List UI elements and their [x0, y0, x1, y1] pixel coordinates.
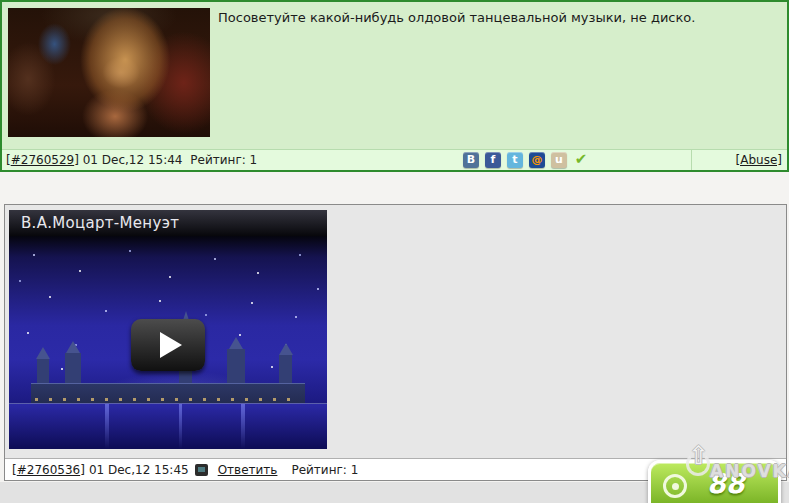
post-2: В.А.Моцарт-Менуэт [#2760536]: [4, 204, 787, 481]
video-title: В.А.Моцарт-Менуэт: [21, 214, 179, 232]
forum-thread-page: Посоветуйте какой-нибудь олдовой танцева…: [0, 0, 789, 503]
water-reflection: [9, 403, 327, 449]
post1-message-text: Посоветуйте какой-нибудь олдовой танцева…: [218, 9, 777, 26]
post1-meta: [#2760529] 01 Dec,12 15:44 Рейтинг: 1: [2, 153, 435, 167]
post1-id-link[interactable]: #2760529: [11, 153, 75, 167]
share-twitter-icon[interactable]: t: [507, 152, 523, 168]
post1-rating-value: 1: [250, 153, 258, 167]
listener-count: 88: [707, 468, 745, 499]
share-facebook-icon[interactable]: f: [485, 152, 501, 168]
post1-footer: [#2760529] 01 Dec,12 15:44 Рейтинг: 1 В …: [2, 149, 787, 170]
video-titlebar: В.А.Моцарт-Менуэт: [9, 210, 327, 236]
post1-rating-label: Рейтинг:: [190, 153, 245, 167]
post-1: Посоветуйте какой-нибудь олдовой танцева…: [0, 0, 789, 172]
post1-video-thumbnail[interactable]: [8, 8, 210, 137]
post1-date: 01 Dec,12 15:44: [83, 153, 183, 167]
share-mailru-icon[interactable]: @: [529, 152, 545, 168]
share-icons-row: В f t @ u ✔: [435, 152, 691, 168]
share-ucoz-icon[interactable]: u: [551, 152, 567, 168]
share-check-icon[interactable]: ✔: [573, 152, 589, 168]
starfield: [9, 236, 11, 238]
play-icon: [160, 332, 182, 358]
post2-rating-label: Рейтинг:: [291, 463, 346, 477]
bracket: ]: [74, 153, 79, 167]
post1-abuse-cell: [Abuse]: [691, 150, 787, 170]
share-vkontakte-icon[interactable]: В: [463, 152, 479, 168]
radio-counter-widget[interactable]: 88: [648, 460, 781, 503]
post2-id-link[interactable]: #2760536: [17, 463, 81, 477]
abuse-link[interactable]: [Abuse]: [736, 153, 782, 167]
pm-icon: [195, 464, 208, 476]
bracket: ]: [80, 463, 85, 477]
post2-rating-value: 1: [351, 463, 359, 477]
speaker-icon: [663, 474, 687, 498]
post2-date: 01 Dec,12 15:45: [89, 463, 189, 477]
play-button[interactable]: [131, 319, 205, 371]
reply-link[interactable]: Ответить: [218, 463, 278, 477]
video-scene: [9, 236, 327, 449]
video-player[interactable]: В.А.Моцарт-Менуэт: [9, 210, 327, 449]
